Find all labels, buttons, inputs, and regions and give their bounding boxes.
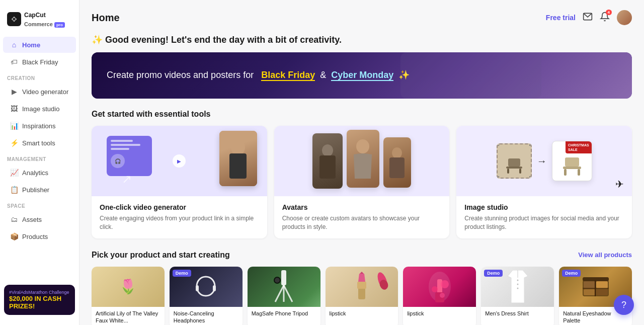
av-visual (274, 126, 450, 196)
greeting-text: ✨ Good evening! Let's end the day with a… (92, 34, 632, 45)
banner-cyber-monday: Cyber Monday (331, 70, 393, 81)
product-image-shirt: Demo (481, 267, 554, 307)
svg-rect-3 (229, 153, 247, 179)
product-card-tripod[interactable]: MagSafe Phone Tripod (248, 267, 320, 325)
product-name-headphones: Noise-Canceling Headphones (170, 307, 243, 325)
section-label-management: Management (0, 151, 79, 164)
svg-line-20 (275, 285, 284, 302)
product-badge-eyeshadow: Demo (562, 270, 581, 277)
publisher-icon: 📋 (10, 186, 18, 194)
tool-card-desc-av: Choose or create custom avatars to showc… (282, 214, 442, 231)
product-name-tripod: MagSafe Phone Tripod (248, 307, 320, 321)
banner-black-friday: Black Friday (261, 70, 315, 81)
greeting-emoji: ✨ (92, 35, 103, 45)
vg-visual: 🎧 ▶ ↗ (92, 126, 267, 196)
free-trial-button[interactable]: Free trial (546, 14, 576, 22)
tool-card-image-studio[interactable]: → CHRISTMASSALE ✈ Image studio (456, 126, 632, 238)
notifications-icon[interactable]: 4 (600, 12, 610, 24)
svg-point-24 (275, 278, 280, 283)
sidebar-item-home[interactable]: ⌂ Home (3, 37, 76, 53)
product-card-shirt[interactable]: Demo Men's Dress Shirt (481, 267, 554, 325)
promo-hashtag: #ViralAdsMarathon Challenge (9, 290, 70, 295)
page-title: Home (92, 12, 120, 24)
sidebar: CapCut Commerce pro ⌂ Home 🏷 Black Frida… (0, 0, 79, 325)
analytics-icon: 📈 (10, 169, 18, 177)
tag-icon: 🏷 (10, 58, 18, 66)
product-card-lipstick1[interactable]: lipstick (326, 267, 398, 325)
vg-ui-mock: 🎧 (107, 136, 152, 176)
home-icon: ⌂ (10, 41, 18, 49)
svg-rect-30 (437, 279, 442, 294)
svg-point-37 (517, 284, 518, 285)
sidebar-item-products[interactable]: 📦 Products (3, 228, 76, 245)
svg-rect-8 (389, 157, 405, 178)
image-icon: 🖼 (10, 105, 18, 113)
tool-card-video-generator[interactable]: 🎧 ▶ ↗ One-cl (92, 126, 267, 238)
smart-tools-icon: ⚡ (10, 139, 18, 147)
svg-point-33 (432, 286, 438, 292)
lily-icon: 🌷 (119, 278, 137, 295)
product-image-headphones: Demo (170, 267, 243, 307)
avatars-preview (274, 126, 450, 196)
svg-point-32 (441, 280, 449, 288)
inspirations-icon: 📊 (10, 122, 18, 130)
banner-text: Create promo videos and posters for Blac… (107, 69, 410, 82)
svg-rect-12 (519, 169, 521, 174)
vg-arrow-icon: ↗ (122, 172, 132, 186)
svg-point-34 (440, 293, 445, 298)
svg-rect-13 (565, 157, 579, 167)
sidebar-item-black-friday[interactable]: 🏷 Black Friday (3, 54, 76, 70)
svg-rect-11 (507, 169, 509, 174)
svg-rect-41 (596, 281, 608, 288)
product-card-headphones[interactable]: Demo Noise-Canceling Headphones (170, 267, 243, 325)
section-title-products: Pick your product and start creating (92, 251, 230, 260)
product-image-lipstick1 (326, 267, 398, 307)
sidebar-item-publisher[interactable]: 📋 Publisher (3, 182, 76, 198)
video-generator-preview: 🎧 ▶ ↗ (92, 126, 267, 196)
app-logo: CapCut Commerce pro (0, 6, 79, 36)
tool-card-avatars[interactable]: Avatars Choose or create custom avatars … (274, 126, 450, 238)
product-card-lily[interactable]: 🌷 Artificial Lily of The Valley Faux Whi… (92, 267, 165, 325)
svg-rect-26 (357, 282, 366, 289)
products-icon: 📦 (10, 232, 18, 240)
product-name-shirt: Men's Dress Shirt (481, 307, 554, 321)
svg-rect-16 (578, 169, 580, 176)
tool-card-desc-vg: Create engaging videos from your product… (100, 214, 259, 231)
sidebar-item-video-generator[interactable]: ▶ Video generator (3, 84, 76, 100)
notification-count: 4 (606, 10, 612, 15)
sidebar-item-inspirations[interactable]: 📊 Inspirations (3, 118, 76, 134)
logo-icon (7, 12, 21, 26)
sidebar-item-analytics[interactable]: 📈 Analytics (3, 165, 76, 181)
tool-cards-grid: 🎧 ▶ ↗ One-cl (92, 126, 632, 238)
tool-card-title-is: Image studio (464, 203, 624, 211)
svg-point-2 (231, 139, 245, 155)
is-transform-arrow: → (537, 155, 547, 167)
av-person-2 (347, 130, 379, 188)
product-card-lipstick2[interactable]: lipstick (403, 267, 476, 325)
inbox-icon[interactable] (583, 12, 593, 24)
sidebar-promo-banner[interactable]: #ViralAdsMarathon Challenge $20,000 IN C… (4, 285, 75, 315)
image-studio-preview: → CHRISTMASSALE ✈ (456, 126, 632, 196)
sidebar-item-assets[interactable]: 🗂 Assets (3, 211, 76, 227)
view-all-products-link[interactable]: View all products (578, 251, 632, 259)
product-name-lily: Artificial Lily of The Valley Faux White… (92, 307, 165, 325)
sidebar-item-smart-tools[interactable]: ⚡ Smart tools (3, 135, 76, 151)
promo-prize: $20,000 IN CASH PRIZES! (9, 295, 70, 310)
help-button[interactable]: ? (614, 295, 634, 315)
top-header: Home Free trial 4 (92, 10, 632, 25)
products-section-header: Pick your product and start creating Vie… (92, 251, 632, 260)
svg-rect-5 (319, 155, 336, 179)
tool-card-desc-is: Create stunning product images for socia… (464, 214, 624, 231)
section-label-creation: Creation (0, 70, 79, 83)
section-title-tools: Get started with essential tools (92, 110, 632, 119)
av-person-1 (312, 133, 343, 189)
sidebar-item-image-studio[interactable]: 🖼 Image studio (3, 101, 76, 117)
product-image-tripod (248, 267, 320, 307)
assets-icon: 🗂 (10, 215, 18, 223)
user-avatar[interactable] (617, 10, 632, 25)
main-content: Home Free trial 4 ✨ Good evening! Let's … (79, 0, 644, 325)
svg-rect-43 (596, 289, 608, 295)
svg-point-4 (322, 144, 333, 156)
svg-point-38 (517, 288, 518, 289)
product-badge-shirt: Demo (484, 270, 503, 277)
